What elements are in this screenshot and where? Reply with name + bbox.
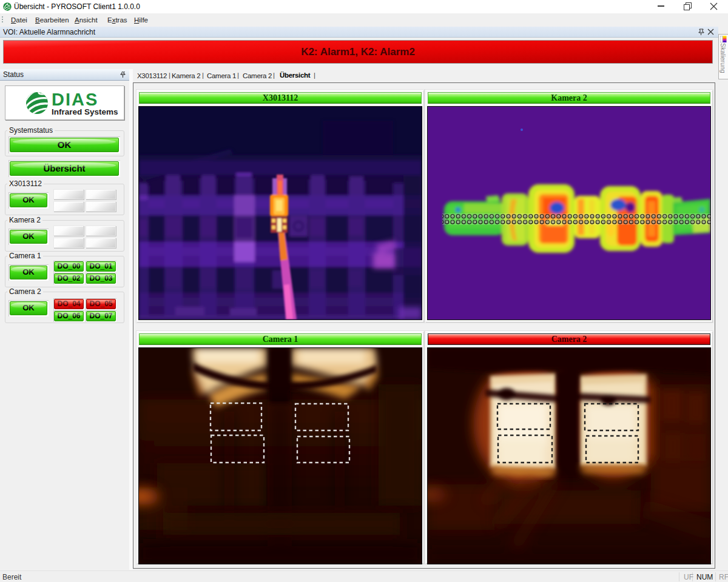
svg-text:DIAS: DIAS [52, 90, 98, 109]
svg-text:Infrared Systems: Infrared Systems [52, 107, 118, 116]
svg-text:Skalierung: Skalierung [720, 43, 727, 73]
